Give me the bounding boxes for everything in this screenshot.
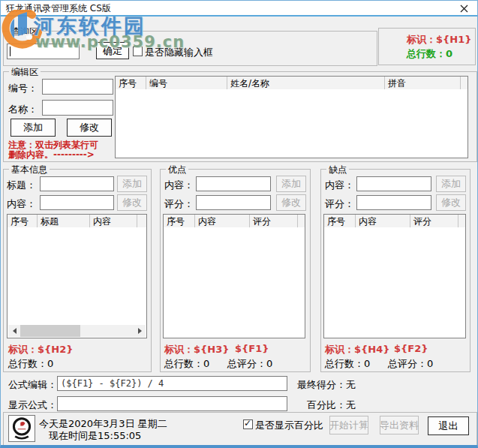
text-caret xyxy=(10,47,11,56)
pros-tag-label: 标识：${H3} xyxy=(164,343,229,356)
col-content[interactable]: 内容 xyxy=(356,215,410,227)
cons-table[interactable]: 序号 内容 评分 xyxy=(323,214,466,338)
col-index[interactable]: 序号 xyxy=(116,77,146,89)
footer-panel: 今天是2020年3月3日 星期二 现在时间是15:55:05 是否显示百分比 开… xyxy=(3,412,477,446)
basic-table[interactable]: 序号 标题 内容 xyxy=(7,214,147,338)
query-group-label: 查询区 xyxy=(9,26,41,38)
show-percent-checkbox-label[interactable]: 是否显示百分比 xyxy=(255,419,323,432)
formula-display-label: 显示公式： xyxy=(8,398,57,412)
pros-score-input[interactable] xyxy=(196,195,271,210)
pros-table-body[interactable] xyxy=(164,227,305,338)
pros-modify-button[interactable]: 修改 xyxy=(276,194,306,211)
basic-modify-button[interactable]: 修改 xyxy=(117,194,147,211)
formula-edit-input[interactable]: (${F1} - ${F2}) / 4 xyxy=(57,376,287,391)
cons-modify-button[interactable]: 修改 xyxy=(436,194,466,211)
pros-score-label: 评分： xyxy=(164,197,194,211)
title-bar: 狂龙通讯录管理系统 CS版 xyxy=(1,1,477,15)
query-stats-panel: 标识：${H1} 总行数：0 xyxy=(378,28,476,65)
scrollbar-thumb[interactable] xyxy=(20,325,80,337)
close-icon xyxy=(460,5,468,13)
col-content[interactable]: 内容 xyxy=(195,215,250,227)
export-button[interactable]: 导出资料 xyxy=(380,416,419,434)
scroll-left-button[interactable] xyxy=(8,325,20,337)
pros-add-button[interactable]: 添加 xyxy=(276,176,306,192)
basic-title-input[interactable] xyxy=(40,176,114,191)
pros-table-header: 序号 内容 评分 xyxy=(164,215,305,228)
scrollbar-track[interactable] xyxy=(20,325,134,337)
cons-table-header: 序号 内容 评分 xyxy=(324,215,465,228)
col-index[interactable]: 序号 xyxy=(8,215,38,227)
pros-content-label: 内容： xyxy=(164,179,194,192)
cons-tag-value: ${F2} xyxy=(394,343,428,354)
query-rows-label: 总行数：0 xyxy=(407,47,452,61)
edit-modify-button[interactable]: 修改 xyxy=(67,119,112,137)
formula-edit-label: 公式编辑： xyxy=(8,378,57,392)
arrow-right-icon xyxy=(138,328,142,334)
window-title: 狂龙通讯录管理系统 CS版 xyxy=(6,2,111,15)
cons-score-label: 评分： xyxy=(325,197,354,211)
contact-table-body[interactable] xyxy=(116,89,467,158)
basic-table-body[interactable] xyxy=(8,227,146,325)
basic-rows-label: 总行数：0 xyxy=(8,357,53,371)
cons-group-label: 缺点 xyxy=(326,164,349,176)
col-content[interactable]: 内容 xyxy=(90,215,137,227)
basic-tag-label: 标识：${H2} xyxy=(8,343,73,356)
query-tag-label: 标识：${H1} xyxy=(407,33,471,47)
percent-result-label: 百分比：无 xyxy=(307,398,356,412)
pros-group-label: 优点 xyxy=(166,164,188,176)
edit-group-label: 编辑区 xyxy=(9,66,41,79)
titlebar-separator xyxy=(1,15,477,17)
edit-note-line2: 删除内容。---------> xyxy=(8,149,95,161)
time-text: 现在时间是15:55:05 xyxy=(49,429,141,443)
basic-content-label: 内容： xyxy=(7,197,36,211)
id-input[interactable] xyxy=(42,79,113,95)
basic-add-button[interactable]: 添加 xyxy=(117,176,147,192)
calc-button[interactable]: 开始计算 xyxy=(329,416,368,434)
col-score[interactable]: 评分 xyxy=(410,215,458,227)
name-label: 名称： xyxy=(8,103,38,116)
cons-tag-label: 标识：${H4} xyxy=(325,343,389,356)
basic-table-header: 序号 标题 内容 xyxy=(8,215,146,228)
exit-button[interactable]: 退出 xyxy=(428,416,469,435)
col-name[interactable]: 姓名/名称 xyxy=(227,77,385,89)
final-score-label: 最终得分：无 xyxy=(297,378,356,392)
col-id[interactable]: 编号 xyxy=(146,77,227,89)
cons-add-button[interactable]: 添加 xyxy=(436,176,466,192)
pros-table[interactable]: 序号 内容 评分 xyxy=(163,214,305,338)
formula-edit-value: (${F1} - ${F2}) / 4 xyxy=(61,378,164,389)
cons-table-body[interactable] xyxy=(324,227,465,338)
contact-table[interactable]: 序号 编号 姓名/名称 拼音 xyxy=(115,76,468,158)
edit-add-button[interactable]: 添加 xyxy=(11,119,56,137)
arrow-left-icon xyxy=(13,328,17,334)
formula-display-input[interactable] xyxy=(57,396,287,411)
col-filler xyxy=(461,77,467,89)
name-input[interactable] xyxy=(42,100,113,116)
col-score[interactable]: 评分 xyxy=(250,215,298,227)
hide-input-checkbox[interactable] xyxy=(133,47,143,56)
basic-content-input[interactable] xyxy=(40,195,114,210)
pros-content-input[interactable] xyxy=(196,176,271,191)
hide-input-checkbox-label[interactable]: 是否隐藏输入框 xyxy=(145,46,213,59)
col-index[interactable]: 序号 xyxy=(164,215,195,227)
col-filler xyxy=(137,215,146,227)
cons-rows-label: 总行数：0 xyxy=(325,357,370,371)
basic-group-label: 基本信息 xyxy=(9,164,50,176)
confirm-button[interactable]: 确定 xyxy=(96,42,129,59)
scroll-right-button[interactable] xyxy=(134,325,146,337)
basic-hscrollbar[interactable] xyxy=(8,325,146,337)
col-pinyin[interactable]: 拼音 xyxy=(385,77,461,89)
cons-score-input[interactable] xyxy=(356,195,431,210)
query-input[interactable] xyxy=(7,44,80,59)
col-filler xyxy=(298,215,305,227)
cons-content-label: 内容： xyxy=(325,179,354,192)
pros-tag-value: ${F1} xyxy=(235,343,269,354)
pros-total-score-label: 总评分：0 xyxy=(227,357,272,371)
show-percent-checkbox[interactable] xyxy=(243,419,253,429)
logo-button[interactable] xyxy=(8,415,35,442)
col-title[interactable]: 标题 xyxy=(38,215,90,227)
cons-total-score-label: 总评分：0 xyxy=(388,357,433,371)
pc0359-logo-icon xyxy=(11,416,33,440)
col-index[interactable]: 序号 xyxy=(324,215,356,227)
cons-content-input[interactable] xyxy=(356,176,431,191)
close-button[interactable] xyxy=(456,2,471,14)
